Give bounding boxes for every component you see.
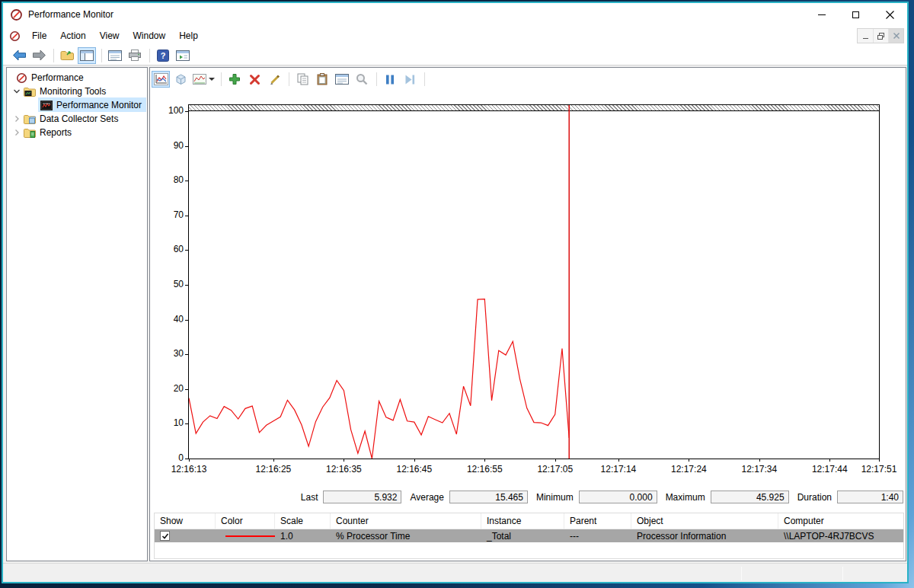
update-data-button[interactable] [401,71,419,88]
console-tree-panel: Performance Monitoring Tools [6,67,148,561]
x-tick-label: 12:17:14 [601,464,637,475]
close-button[interactable] [873,3,907,26]
y-tick-label: 20 [153,383,184,394]
menu-view[interactable]: View [93,27,126,44]
console-window-button[interactable] [106,47,124,64]
export-list-button[interactable] [58,47,76,64]
header-computer-label: Computer [784,516,824,526]
step-forward-icon [404,75,415,85]
mdi-close-button[interactable] [888,29,903,43]
show-action-pane-button[interactable] [174,47,192,64]
header-show[interactable]: Show [155,513,216,529]
properties-window-icon [335,74,349,85]
minimum-label: Minimum [536,492,574,503]
y-tick-label: 100 [153,105,184,116]
maximum-value: 45.925 [711,491,789,503]
menu-window[interactable]: Window [126,27,173,44]
console-tree-icon [80,50,94,61]
mdi-minimize-button[interactable] [858,29,873,43]
zoom-button[interactable] [353,71,371,88]
chart-plot-area[interactable] [188,104,880,459]
freeze-display-button[interactable] [381,71,399,88]
performance-monitor-pane: 0102030405060708090100 12:16:1312:16:251… [149,67,906,561]
graph-toolbar [152,69,429,89]
status-bar [3,563,907,582]
change-graph-type-button[interactable] [191,71,216,88]
stats-bar: Last 5.932 Average 15.465 Minimum 0.000 … [301,491,903,503]
x-tick [689,459,689,462]
y-tick-label: 90 [153,140,184,151]
properties-button[interactable] [333,71,351,88]
x-tick-label: 12:16:35 [326,464,362,475]
x-tick-label: 12:16:13 [171,464,207,475]
show-checkbox[interactable] [160,531,170,541]
menu-file[interactable]: File [25,27,53,44]
back-button[interactable] [10,47,28,64]
x-tick-label: 12:16:25 [256,464,292,475]
pause-icon [385,75,395,85]
perfmon-logo-icon [10,8,23,21]
perfmon-logo-icon [16,72,27,84]
counter-legend-table: Show Color Scale Counter Instance Parent… [154,513,904,559]
title-bar[interactable]: Performance Monitor [3,3,907,26]
x-tick [273,459,274,462]
header-color-label: Color [221,516,243,526]
monitoring-tools-folder-icon [24,87,36,97]
tree-root-label: Performance [31,72,84,83]
header-object[interactable]: Object [631,513,778,529]
minimize-button[interactable] [804,3,839,26]
last-value: 5.932 [323,491,401,503]
header-color[interactable]: Color [216,513,275,529]
x-tick-label: 12:16:45 [396,464,432,475]
action-pane-icon [176,50,190,61]
data-collector-sets-folder-icon [24,114,36,124]
show-console-tree-button[interactable] [78,47,96,64]
forward-button[interactable] [30,47,48,64]
header-parent-label: Parent [570,516,596,526]
mdi-restore-icon [877,33,884,40]
x-tick-label: 12:17:24 [671,464,707,475]
header-scale-label: Scale [280,516,303,526]
tree-item-reports[interactable]: Reports [13,126,72,139]
object-value: Processor Information [631,529,778,542]
header-computer[interactable]: Computer [778,513,903,529]
tree-item-label: Reports [40,127,72,138]
menu-action[interactable]: Action [53,27,92,44]
back-arrow-icon [12,50,27,61]
header-counter-label: Counter [336,516,369,526]
delete-x-icon [249,74,260,85]
tree-item-label: Performance Monitor [56,100,142,110]
menu-help[interactable]: Help [172,27,205,44]
header-scale[interactable]: Scale [275,513,331,529]
toolbar-separator [53,49,54,62]
header-instance[interactable]: Instance [481,513,564,529]
main-toolbar: ? [3,46,907,66]
print-button[interactable] [126,47,144,64]
tree-item-label: Monitoring Tools [40,86,106,97]
tree-item-data-collector-sets[interactable]: Data Collector Sets [13,112,118,126]
delete-counter-button[interactable] [245,71,264,88]
paste-clipboard-icon [317,73,328,85]
tree-item-monitoring-tools[interactable]: Monitoring Tools [13,85,106,98]
counter-row[interactable]: 1.0 % Processor Time _Total --- Processo… [155,529,903,542]
paste-counter-list-button[interactable] [313,71,331,88]
tree-root-performance[interactable]: Performance [16,71,84,85]
help-button[interactable]: ? [154,47,172,64]
maximize-icon [852,11,859,18]
mdi-restore-button[interactable] [873,29,888,43]
toolbar-separator [289,72,289,86]
header-show-label: Show [160,516,183,526]
performance-monitor-icon [40,101,53,110]
performance-monitor-window: Performance Monitor File Action View Win… [2,2,909,583]
mdi-minimize-icon [863,38,868,39]
add-counter-button[interactable] [225,71,244,88]
highlight-button[interactable] [265,71,283,88]
instance-value: _Total [481,529,564,542]
header-counter[interactable]: Counter [331,513,481,529]
copy-properties-button[interactable] [293,71,312,88]
maximize-button[interactable] [839,3,873,26]
tree-item-performance-monitor[interactable]: Performance Monitor [40,98,142,112]
perfmon-logo-small-icon [9,30,21,42]
y-tick-label: 70 [153,209,184,220]
header-parent[interactable]: Parent [564,513,631,529]
